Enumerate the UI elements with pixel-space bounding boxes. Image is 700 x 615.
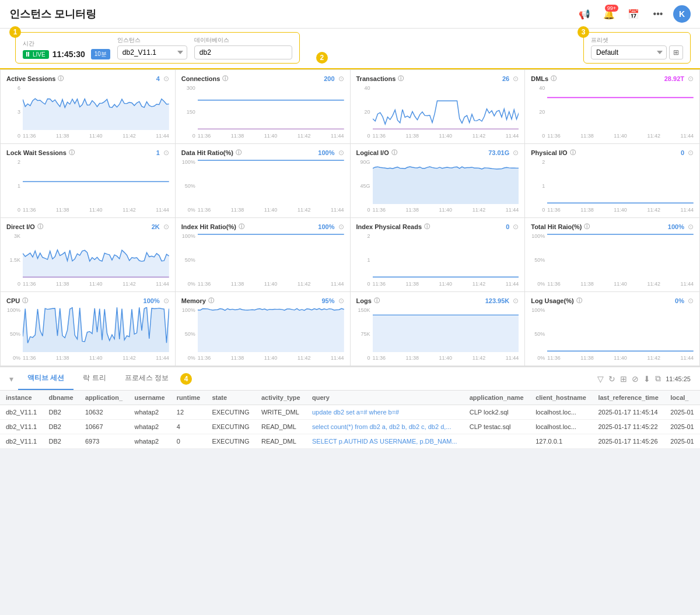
cell-query[interactable]: SELECT p.AUTHID AS USERNAME, p.DB_NAM... (306, 434, 464, 449)
y-min: 0 (6, 207, 20, 213)
chart-header-logs: Logs ⓘ 123.95K ⊙ (356, 297, 519, 305)
info-icon[interactable]: ⓘ (239, 223, 244, 231)
x-label: 11:42 (473, 355, 486, 361)
filter-icon[interactable]: ▽ (597, 374, 604, 384)
table-row[interactable]: db2_V11.1 DB2 10632 whatap2 12 EXECUTING… (0, 405, 700, 420)
chart-settings-icon[interactable]: ⊙ (338, 75, 344, 83)
cell-dbname: DB2 (43, 405, 79, 420)
info-icon[interactable]: ⓘ (584, 223, 590, 231)
chart-settings-icon[interactable]: ⊙ (513, 149, 519, 157)
cell-client-hostname: localhost.loc... (530, 420, 592, 434)
chart-settings-icon[interactable]: ⊙ (513, 223, 519, 231)
chart-area: 11:3611:3811:4011:4211:44 (198, 307, 344, 361)
y-mid: 50% (531, 257, 545, 263)
query-link[interactable]: update db2 set a=# where b=# (312, 409, 458, 416)
x-label: 11:38 (580, 355, 594, 361)
chart-settings-icon[interactable]: ⊙ (163, 149, 169, 157)
info-icon[interactable]: ⓘ (374, 297, 380, 305)
interval-badge[interactable]: 10분 (91, 49, 110, 59)
info-icon[interactable]: ⓘ (222, 75, 228, 83)
x-axis: 11:3611:3811:4011:4211:44 (23, 207, 169, 213)
chart-title-total-hit-ratio: Total Hit Raio(%) ⓘ (531, 223, 590, 231)
chart-area: 11:3611:3811:4011:4211:44 (198, 159, 344, 213)
x-label: 11:40 (89, 207, 103, 213)
chart-settings-icon[interactable]: ⊙ (688, 223, 694, 231)
tab-arrow[interactable]: ▾ (9, 374, 13, 384)
calendar-icon-btn[interactable]: 📅 (624, 5, 643, 23)
x-label: 11:36 (23, 133, 36, 139)
info-icon[interactable]: ⓘ (398, 75, 404, 83)
tab-active-sessions[interactable]: 액티브 세션 (18, 367, 74, 390)
megaphone-icon-btn[interactable]: 📢 (575, 5, 594, 23)
info-icon[interactable]: ⓘ (576, 297, 582, 305)
chart-settings-icon[interactable]: ⊙ (688, 149, 694, 157)
y-mid: 1 (356, 257, 370, 263)
col-username: username (129, 391, 171, 405)
refresh-icon[interactable]: ↻ (608, 374, 615, 384)
x-label: 11:44 (680, 207, 694, 213)
table-row[interactable]: db2_V11.1 DB2 10667 whatap2 4 EXECUTING … (0, 420, 700, 434)
x-label: 11:36 (373, 207, 386, 213)
chart-settings-icon[interactable]: ⊙ (338, 297, 344, 305)
chart-settings-icon[interactable]: ⊙ (163, 297, 169, 305)
chart-title-text: Lock Wait Sessions (6, 149, 66, 156)
cell-query[interactable]: update db2 set a=# where b=# (306, 405, 464, 420)
chart-settings-icon[interactable]: ⊙ (338, 149, 344, 157)
cell-query[interactable]: select count(*) from db2 a, db2 b, db2 c… (306, 420, 464, 434)
x-label: 11:38 (406, 355, 419, 361)
info-icon[interactable]: ⓘ (236, 149, 242, 157)
more-icon-btn[interactable]: ••• (649, 5, 667, 23)
y-axis: 100% 50% 0% (181, 233, 198, 287)
info-icon[interactable]: ⓘ (570, 149, 576, 157)
download-icon[interactable]: ⬇ (643, 374, 650, 384)
live-badge[interactable]: LIVE (23, 50, 49, 59)
preset-icon-btn[interactable]: ⊞ (669, 45, 683, 59)
database-input[interactable] (194, 45, 292, 59)
chart-area: 11:3611:3811:4011:4211:44 (23, 159, 169, 213)
user-avatar[interactable]: K (673, 5, 691, 23)
info-icon[interactable]: ⓘ (58, 75, 64, 83)
cell-application: 10632 (79, 405, 129, 420)
preset-select[interactable]: Default (591, 45, 667, 59)
columns-icon[interactable]: ⊞ (620, 374, 627, 384)
chart-area: 11:3611:3811:4011:4211:44 (23, 233, 169, 287)
info-icon[interactable]: ⓘ (69, 149, 75, 157)
x-axis: 11:3611:3811:4011:4211:44 (198, 355, 344, 361)
y-axis: 2 1 0 (531, 159, 547, 213)
tab-lock-tree[interactable]: 락 트리 (74, 367, 115, 390)
charts-grid: Active Sessions ⓘ 4 ⊙ 6 3 0 11:3611:3811… (0, 69, 700, 366)
query-link[interactable]: SELECT p.AUTHID AS USERNAME, p.DB_NAM... (312, 438, 458, 445)
chart-max-value-total-hit-ratio: 100% (668, 223, 684, 230)
y-max: 40 (531, 85, 545, 91)
chart-settings-icon[interactable]: ⊙ (163, 75, 169, 83)
table-row[interactable]: db2_V11.1 DB2 6973 whatap2 0 EXECUTING R… (0, 434, 700, 449)
x-axis: 11:3611:3811:4011:4211:44 (198, 207, 344, 213)
info-icon[interactable]: ⓘ (37, 223, 43, 231)
chart-settings-icon[interactable]: ⊙ (338, 223, 344, 231)
bell-icon-btn[interactable]: 🔔 99+ (600, 5, 618, 23)
y-axis: 2 1 0 (356, 233, 373, 287)
instance-select[interactable]: db2_V11.1 (117, 45, 187, 59)
chart-max-value-memory: 95% (321, 297, 334, 304)
info-icon[interactable]: ⓘ (22, 297, 28, 305)
chart-settings-icon[interactable]: ⊙ (513, 297, 519, 305)
chart-area: 11:3611:3811:4011:4211:44 (373, 307, 519, 361)
chart-settings-icon[interactable]: ⊙ (163, 223, 169, 231)
x-label: 11:38 (231, 133, 244, 139)
x-label: 11:36 (373, 281, 386, 287)
chart-settings-icon[interactable]: ⊙ (513, 75, 519, 83)
query-link[interactable]: select count(*) from db2 a, db2 b, db2 c… (312, 423, 458, 430)
tab-badge-area: 4 (180, 373, 192, 385)
x-label: 11:42 (123, 207, 136, 213)
active-sessions-table: instance dbname application_ username ru… (0, 391, 700, 449)
chart-settings-icon[interactable]: ⊙ (688, 297, 694, 305)
info-icon[interactable]: ⓘ (424, 223, 430, 231)
info-icon[interactable]: ⓘ (208, 297, 214, 305)
info-icon[interactable]: ⓘ (391, 149, 397, 157)
tab-process-info[interactable]: 프로세스 정보 (116, 367, 178, 390)
copy-icon[interactable]: ⧉ (655, 374, 661, 384)
chart-settings-icon[interactable]: ⊙ (688, 75, 694, 83)
clear-icon[interactable]: ⊘ (632, 374, 639, 384)
info-icon[interactable]: ⓘ (551, 75, 556, 83)
tab-timestamp: 11:45:25 (666, 375, 691, 382)
